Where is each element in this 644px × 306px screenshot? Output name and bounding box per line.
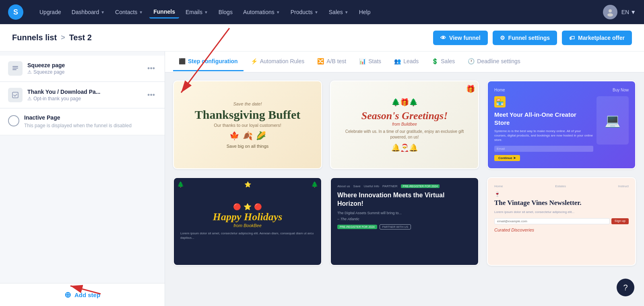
thankyou-info: Thank You / Download Pa... ⚠ Opt-in than… bbox=[27, 89, 141, 101]
thanksgiving-save-date: Save the date! bbox=[233, 101, 262, 106]
thanksgiving-footer: Save big on all things bbox=[227, 144, 269, 149]
sidebar-steps: Squeeze page ⚠ Squeeze page ••• Thank Yo… bbox=[0, 52, 165, 283]
nav-dashboard[interactable]: Dashboard▼ bbox=[68, 6, 109, 18]
nav-blogs[interactable]: Blogs bbox=[215, 6, 237, 18]
sidebar-item-inactive[interactable]: Inactive Page This page is displayed whe… bbox=[0, 109, 165, 135]
squeeze-icon bbox=[8, 61, 23, 76]
ab-icon: 🔀 bbox=[317, 58, 324, 64]
squeeze-subtitle: ⚠ Squeeze page bbox=[27, 69, 141, 75]
thanksgiving-subtitle: Our thanks to our loyal customers! bbox=[214, 123, 281, 128]
vintage-footer: Curated Discoveries bbox=[494, 227, 629, 232]
thanksgiving-title: Thanksgiving Buffet bbox=[195, 108, 301, 121]
stats-icon: 📊 bbox=[359, 58, 366, 64]
inactive-icon bbox=[8, 115, 19, 126]
tab-stats[interactable]: 📊 Stats bbox=[353, 52, 387, 71]
squeeze-title: Squeeze page bbox=[27, 62, 141, 68]
sidebar: Squeeze page ⚠ Squeeze page ••• Thank Yo… bbox=[0, 52, 165, 306]
breadcrumb: Funnels list > Test 2 bbox=[12, 33, 92, 42]
nav-funnels[interactable]: Funnels bbox=[149, 6, 179, 19]
nav-items: Upgrade Dashboard▼ Contacts▼ Funnels Ema… bbox=[35, 6, 603, 19]
sidebar-item-squeeze[interactable]: Squeeze page ⚠ Squeeze page ••• bbox=[0, 56, 165, 82]
nav-contacts[interactable]: Contacts▼ bbox=[111, 6, 147, 18]
add-step-button[interactable]: ⊕ Add step bbox=[64, 290, 100, 300]
top-navigation: S Upgrade Dashboard▼ Contacts▼ Funnels E… bbox=[0, 0, 644, 24]
nav-upgrade[interactable]: Upgrade bbox=[35, 6, 65, 18]
deadline-icon: 🕐 bbox=[468, 58, 475, 64]
tab-automation-rules[interactable]: ⚡ Automation Rules bbox=[245, 52, 310, 71]
creator-title: Meet Your All-in-One Creator Store bbox=[494, 111, 593, 126]
svg-point-1 bbox=[607, 13, 613, 17]
leads-icon: 👥 bbox=[394, 58, 401, 64]
thankyou-icon bbox=[8, 88, 23, 102]
templates-area: Save the date! Thanksgiving Buffet Our t… bbox=[165, 72, 644, 306]
vintage-title: The Vintage Vines Newsletter. bbox=[494, 198, 629, 207]
seasons-subtitle: Celebrate with us. In a time of our grat… bbox=[337, 129, 472, 140]
nav-right: EN▼ bbox=[603, 5, 636, 19]
tab-leads[interactable]: 👥 Leads bbox=[388, 52, 424, 71]
market-icon: 🏷 bbox=[569, 35, 575, 41]
nav-automations[interactable]: Automations▼ bbox=[239, 6, 284, 18]
vintage-description: Lorem ipsum dolor sit amet, consectetur … bbox=[494, 210, 629, 214]
step-config-icon: ⬛ bbox=[179, 58, 186, 64]
automation-icon: ⚡ bbox=[251, 58, 258, 64]
svg-rect-4 bbox=[12, 69, 17, 70]
add-icon: ⊕ bbox=[64, 290, 71, 300]
nav-sales[interactable]: Sales▼ bbox=[325, 6, 353, 18]
language-selector[interactable]: EN▼ bbox=[621, 9, 636, 15]
inactive-info: Inactive Page This page is displayed whe… bbox=[24, 114, 157, 129]
gear-icon: ⚙ bbox=[500, 35, 505, 41]
template-thanksgiving[interactable]: Save the date! Thanksgiving Buffet Our t… bbox=[173, 81, 322, 169]
tab-sales[interactable]: 💲 Sales bbox=[426, 52, 460, 71]
main-layout: Squeeze page ⚠ Squeeze page ••• Thank Yo… bbox=[0, 52, 644, 306]
svg-rect-5 bbox=[12, 92, 18, 98]
subheader: Funnels list > Test 2 👁 View funnel ⚙ Fu… bbox=[0, 24, 644, 52]
content-area: ⬛ Step configuration ⚡ Automation Rules … bbox=[165, 52, 644, 306]
tab-step-configuration[interactable]: ⬛ Step configuration bbox=[173, 52, 244, 71]
view-funnel-button[interactable]: 👁 View funnel bbox=[433, 31, 488, 45]
innovation-title: Where Innovation Meets the Virtual Horiz… bbox=[337, 191, 472, 208]
creator-description: Systeme.Io is the best way to make money… bbox=[494, 129, 593, 143]
sidebar-item-thankyou[interactable]: Thank You / Download Pa... ⚠ Opt-in than… bbox=[0, 82, 165, 108]
tabs-bar: ⬛ Step configuration ⚡ Automation Rules … bbox=[165, 52, 644, 72]
eye-icon: 👁 bbox=[440, 35, 446, 41]
seasons-title: Season's Greetings! bbox=[361, 110, 448, 122]
svg-point-0 bbox=[609, 9, 612, 12]
templates-grid: Save the date! Thanksgiving Buffet Our t… bbox=[173, 81, 636, 266]
template-innovation[interactable]: About usSaveUseful InfoPARTNER PRE-REGIS… bbox=[330, 177, 479, 266]
template-seasons[interactable]: 🎁 🌲🎁🌲 Season's Greetings! from Buildbee … bbox=[330, 81, 479, 169]
nav-products[interactable]: Products▼ bbox=[287, 6, 322, 18]
breadcrumb-parent[interactable]: Funnels list bbox=[12, 33, 57, 42]
holidays-title: Happy Holidays bbox=[213, 211, 283, 223]
holidays-description: Lorem ipsum dolor sit amet, consectetur … bbox=[180, 231, 315, 240]
inactive-description: This page is displayed when the funnel i… bbox=[24, 122, 157, 129]
sales-icon: 💲 bbox=[431, 58, 438, 64]
subheader-actions: 👁 View funnel ⚙ Funnel settings 🏷 Market… bbox=[433, 31, 632, 45]
sidebar-footer: ⊕ Add step bbox=[0, 283, 165, 306]
tab-deadline[interactable]: 🕐 Deadline settings bbox=[462, 52, 526, 71]
holidays-from: from BookBee bbox=[233, 223, 262, 228]
innovation-quote: – The Atlantic bbox=[337, 217, 472, 221]
funnel-settings-button[interactable]: ⚙ Funnel settings bbox=[493, 31, 557, 45]
breadcrumb-separator: > bbox=[61, 33, 65, 42]
svg-rect-3 bbox=[12, 68, 18, 68]
thankyou-menu[interactable]: ••• bbox=[146, 89, 157, 101]
app-logo[interactable]: S bbox=[8, 4, 23, 20]
help-button[interactable]: ? bbox=[617, 279, 634, 296]
template-holidays[interactable]: 🌲⭐🌲 🔴 ⭐ 🔴 Happy Holidays from BookBee Lo… bbox=[173, 177, 322, 266]
tab-ab-test[interactable]: 🔀 A/B test bbox=[312, 52, 352, 71]
creator-nav: Home Buy Now bbox=[494, 88, 629, 92]
nav-emails[interactable]: Emails▼ bbox=[182, 6, 212, 18]
thankyou-title: Thank You / Download Pa... bbox=[27, 89, 141, 95]
template-vintage[interactable]: HomeEstatesInstruct 🍷 The Vintage Vines … bbox=[487, 177, 636, 266]
marketplace-offer-button[interactable]: 🏷 Marketplace offer bbox=[562, 31, 632, 45]
user-avatar[interactable] bbox=[603, 5, 617, 19]
squeeze-menu[interactable]: ••• bbox=[146, 63, 157, 74]
nav-help[interactable]: Help bbox=[355, 6, 375, 18]
seasons-from: from Buildbee bbox=[392, 122, 417, 126]
thankyou-subtitle: ⚠ Opt-in thank you page bbox=[27, 96, 141, 101]
template-creator[interactable]: Home Buy Now 🏪 Meet Your All-in-One Crea… bbox=[487, 81, 636, 169]
squeeze-info: Squeeze page ⚠ Squeeze page bbox=[27, 62, 141, 75]
breadcrumb-current: Test 2 bbox=[69, 33, 92, 42]
inactive-title: Inactive Page bbox=[24, 114, 157, 121]
svg-rect-2 bbox=[12, 66, 18, 67]
